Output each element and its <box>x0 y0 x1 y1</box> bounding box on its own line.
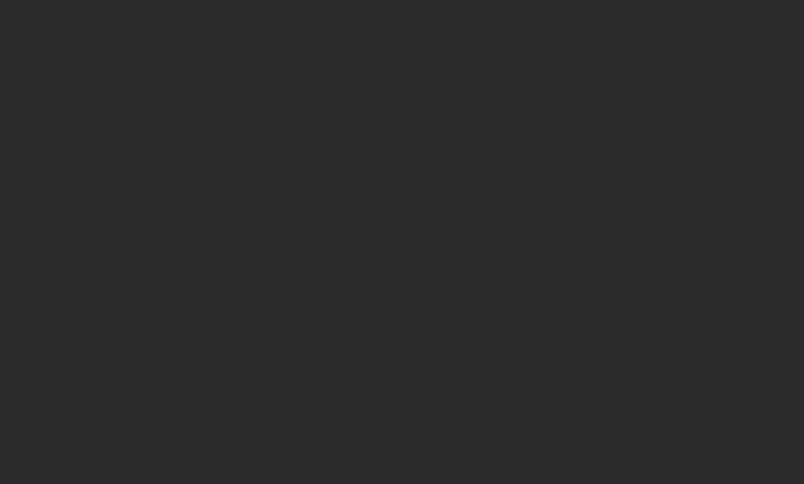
color-cube-bottom <box>2 222 802 342</box>
blank-line <box>2 342 802 362</box>
system-colors-label <box>2 22 802 42</box>
terminal[interactable] <box>0 0 804 484</box>
command-line <box>2 2 802 22</box>
bottom-prompt <box>2 362 12 382</box>
blank-line <box>2 42 802 62</box>
terminal-cursor <box>2 363 12 380</box>
bottom-prompt-line <box>2 362 802 382</box>
color-cube-top <box>2 82 802 202</box>
blank-line <box>2 202 802 222</box>
cube-label <box>2 62 802 82</box>
